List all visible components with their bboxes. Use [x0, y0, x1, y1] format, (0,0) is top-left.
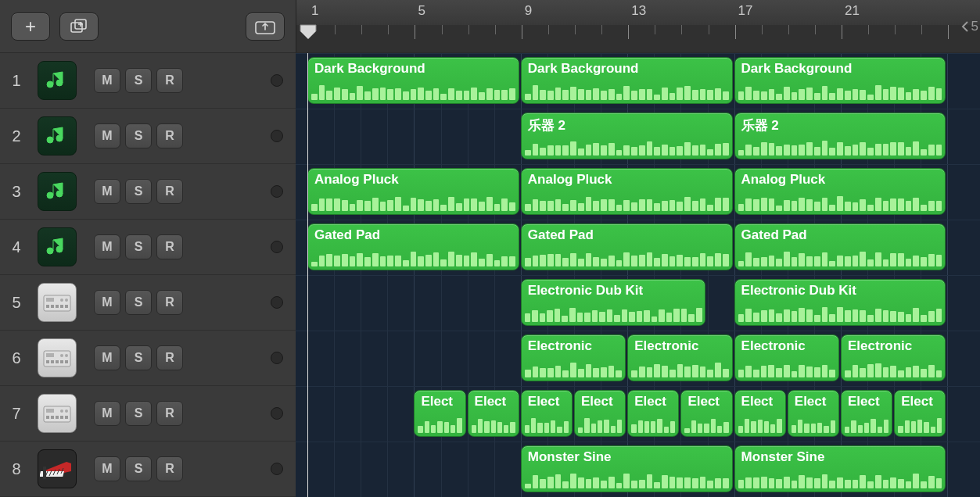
- track-header[interactable]: 4MSR: [0, 220, 296, 275]
- midi-region[interactable]: Analog Pluck: [521, 168, 733, 215]
- record-enable-button[interactable]: R: [156, 234, 183, 259]
- track-keyboard-icon[interactable]: [38, 449, 77, 488]
- solo-button[interactable]: S: [125, 123, 152, 148]
- solo-button[interactable]: S: [125, 290, 152, 315]
- midi-region[interactable]: Electronic: [841, 334, 946, 381]
- track-header[interactable]: 1MSR: [0, 53, 296, 109]
- region-waveform: [845, 360, 942, 377]
- midi-region[interactable]: Monster Sine: [734, 445, 946, 492]
- track-header[interactable]: 2MSR: [0, 109, 296, 164]
- track-drum-machine-icon[interactable]: [38, 283, 77, 322]
- midi-region[interactable]: Elect: [894, 390, 946, 437]
- solo-button[interactable]: S: [125, 456, 152, 481]
- midi-region[interactable]: Elect: [734, 390, 786, 437]
- timeline-ruler[interactable]: 159131721 5: [296, 0, 980, 53]
- track-header[interactable]: 6MSR: [0, 331, 296, 386]
- solo-button[interactable]: S: [125, 68, 152, 93]
- record-enable-button[interactable]: R: [156, 123, 183, 148]
- midi-region[interactable]: Analog Pluck: [734, 168, 946, 215]
- arrange-area[interactable]: Dark BackgroundDark BackgroundDark Backg…: [296, 53, 980, 497]
- solo-button[interactable]: S: [125, 234, 152, 259]
- input-monitor-dot[interactable]: [271, 241, 283, 253]
- input-monitor-dot[interactable]: [271, 463, 283, 475]
- midi-region[interactable]: Electronic Dub Kit: [734, 279, 946, 326]
- midi-region[interactable]: Elect: [680, 390, 732, 437]
- input-monitor-dot[interactable]: [271, 74, 283, 87]
- midi-region[interactable]: Electronic Dub Kit: [521, 279, 706, 326]
- track-header[interactable]: 8MSR: [0, 442, 296, 497]
- region-waveform: [631, 416, 675, 433]
- input-monitor-dot[interactable]: [271, 130, 283, 142]
- midi-region[interactable]: Gated Pad: [521, 223, 733, 270]
- mute-button[interactable]: M: [94, 290, 120, 315]
- solo-button[interactable]: S: [125, 345, 152, 370]
- midi-region[interactable]: Elect: [841, 390, 892, 437]
- track-header[interactable]: 7MSR: [0, 386, 296, 442]
- add-track-button[interactable]: +: [11, 13, 50, 41]
- plus-icon: +: [25, 16, 36, 38]
- input-monitor-dot[interactable]: [271, 352, 283, 364]
- svg-rect-20: [65, 360, 68, 363]
- midi-region[interactable]: Electronic: [627, 334, 732, 381]
- mute-button[interactable]: M: [94, 456, 120, 481]
- mute-button[interactable]: M: [94, 234, 120, 259]
- mute-button[interactable]: M: [94, 345, 120, 370]
- track-buttons: MSR: [94, 401, 183, 426]
- midi-region[interactable]: Electronic: [521, 334, 626, 381]
- midi-region[interactable]: Electronic: [734, 334, 839, 381]
- midi-region[interactable]: 乐器 2: [734, 113, 946, 159]
- track-software-instrument-icon[interactable]: [38, 116, 77, 156]
- record-enable-button[interactable]: R: [156, 179, 183, 204]
- midi-region[interactable]: Elect: [574, 390, 626, 437]
- region-waveform: [525, 305, 702, 322]
- track-software-instrument-icon[interactable]: [38, 227, 77, 266]
- track-software-instrument-icon[interactable]: [38, 61, 77, 100]
- midi-region[interactable]: Elect: [468, 390, 519, 437]
- solo-button[interactable]: S: [125, 401, 152, 426]
- record-enable-button[interactable]: R: [156, 401, 183, 426]
- midi-region[interactable]: Elect: [521, 390, 573, 437]
- input-monitor-dot[interactable]: [271, 185, 283, 198]
- midi-region[interactable]: Dark Background: [734, 57, 946, 104]
- track-number: 6: [0, 349, 33, 367]
- midi-region[interactable]: Elect: [627, 390, 679, 437]
- midi-region[interactable]: Dark Background: [521, 57, 733, 104]
- ruler-bar-numbers[interactable]: 159131721: [296, 0, 980, 25]
- midi-region[interactable]: Elect: [414, 390, 465, 437]
- midi-region[interactable]: Gated Pad: [307, 223, 519, 270]
- record-enable-button[interactable]: R: [156, 345, 183, 370]
- track-drum-machine-icon[interactable]: [38, 394, 77, 433]
- midi-region[interactable]: Dark Background: [307, 57, 519, 104]
- region-waveform: [418, 416, 461, 433]
- region-waveform: [525, 138, 729, 156]
- track-drum-machine-icon[interactable]: [38, 338, 77, 377]
- mute-button[interactable]: M: [94, 401, 120, 426]
- solo-button[interactable]: S: [125, 179, 152, 204]
- record-enable-button[interactable]: R: [156, 456, 183, 481]
- midi-region[interactable]: Monster Sine: [521, 445, 733, 492]
- region-label: Electronic: [735, 335, 838, 354]
- mute-button[interactable]: M: [94, 123, 120, 148]
- ruler-end-marker[interactable]: 5: [960, 0, 978, 52]
- midi-region[interactable]: Analog Pluck: [307, 168, 519, 215]
- track-software-instrument-icon[interactable]: [38, 172, 77, 211]
- midi-region[interactable]: Gated Pad: [734, 223, 946, 270]
- region-waveform: [845, 416, 888, 433]
- midi-region[interactable]: Elect: [788, 390, 839, 437]
- region-label: Dark Background: [522, 58, 732, 77]
- mute-button[interactable]: M: [94, 179, 120, 204]
- track-header[interactable]: 5MSR: [0, 275, 296, 331]
- record-enable-button[interactable]: R: [156, 290, 183, 315]
- region-waveform: [472, 416, 515, 433]
- region-waveform: [525, 471, 729, 488]
- loop-browser-button[interactable]: [246, 13, 285, 41]
- record-enable-button[interactable]: R: [156, 68, 183, 93]
- ruler-ticks[interactable]: [296, 25, 980, 52]
- mute-button[interactable]: M: [94, 68, 120, 93]
- input-monitor-dot[interactable]: [271, 407, 283, 420]
- svg-point-12: [60, 299, 63, 302]
- duplicate-track-button[interactable]: [59, 13, 99, 41]
- track-header[interactable]: 3MSR: [0, 164, 296, 220]
- input-monitor-dot[interactable]: [271, 296, 283, 309]
- midi-region[interactable]: 乐器 2: [521, 113, 733, 159]
